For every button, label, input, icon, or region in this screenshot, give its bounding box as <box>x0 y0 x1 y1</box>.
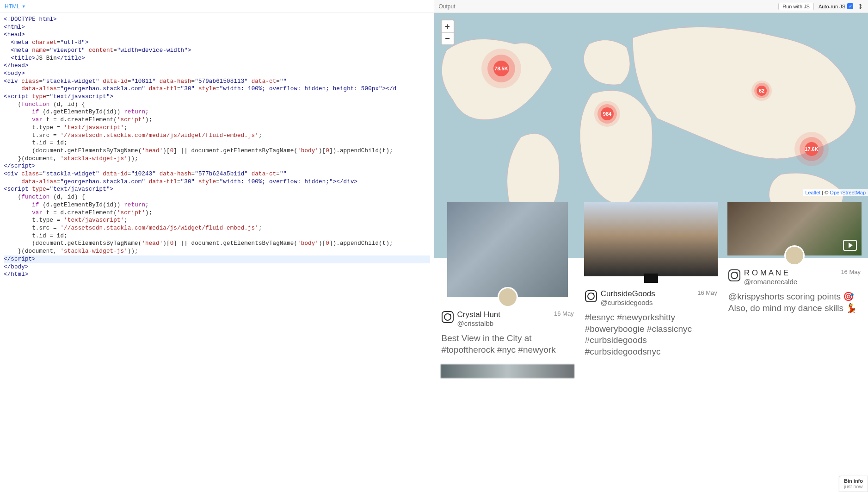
map-marker[interactable]: 78.5K <box>493 61 509 76</box>
marker-label: 62 <box>757 86 767 96</box>
marker-label: 78.5K <box>493 61 509 76</box>
editor-tab-label: HTML <box>5 3 20 10</box>
card-image <box>441 364 574 378</box>
card-avatar <box>784 245 805 266</box>
card-text: Best View in the City at #topoftherock #… <box>441 333 575 355</box>
card-user-name: Crystal Hunt <box>457 310 551 319</box>
card-date: 16 May <box>697 289 717 296</box>
map-marker[interactable]: 17.6K <box>805 142 819 156</box>
instagram-icon <box>728 269 740 281</box>
card-user-name: R O M A N E <box>744 268 837 278</box>
card-date: 16 May <box>554 310 574 317</box>
zoom-out-button[interactable]: − <box>442 32 454 44</box>
auto-run-label: Auto-run JS <box>819 4 845 9</box>
play-icon <box>843 240 857 251</box>
card-user-handle: @curbsidegoods <box>601 299 694 306</box>
output-controls: Run with JS Auto-run JS ✓ ⤡ <box>778 3 863 10</box>
card-avatar <box>644 274 658 283</box>
output-pane: Output Run with JS Auto-run JS ✓ ⤡ <box>434 0 868 492</box>
checkbox-checked-icon: ✓ <box>847 3 853 9</box>
map-attribution: Leaflet | © OpenStreetMap <box>803 189 868 196</box>
feed-card[interactable]: Crystal Hunt@crisstalbb16 MayBest View i… <box>441 202 575 358</box>
card-user-handle: @crisstalbb <box>457 319 551 327</box>
map-marker[interactable]: 62 <box>757 86 767 96</box>
code-editor[interactable]: <!DOCTYPE html> <html> <head> <meta char… <box>0 13 434 492</box>
social-feed: Crystal Hunt@crisstalbb16 MayBest View i… <box>434 196 868 364</box>
chevron-down-icon: ▼ <box>22 4 26 9</box>
expand-icon[interactable]: ⤡ <box>856 2 865 11</box>
osm-link[interactable]: OpenStreetMap <box>830 190 866 195</box>
instagram-icon <box>585 290 597 302</box>
leaflet-link[interactable]: Leaflet <box>805 190 820 195</box>
bin-info-popup[interactable]: Bin info just now <box>839 476 868 492</box>
feed-card[interactable]: CurbsideGoods@curbsidegoods16 May#lesnyc… <box>584 202 718 358</box>
editor-tab-html[interactable]: HTML ▼ <box>5 3 26 10</box>
card-image <box>584 202 718 276</box>
card-text: @krispyshorts scoring points 🎯Also, do m… <box>727 291 862 314</box>
editor-pane: HTML ▼ <!DOCTYPE html> <html> <head> <me… <box>0 0 434 492</box>
marker-label: 17.6K <box>805 142 819 156</box>
card-image <box>727 202 862 255</box>
marker-label: 984 <box>601 107 614 120</box>
zoom-in-button[interactable]: + <box>442 20 454 32</box>
feed-card[interactable]: R O M A N E@romanerecalde16 May@krispysh… <box>727 202 862 358</box>
card-text: #lesnyc #newyorkshitty #boweryboogie #cl… <box>584 312 718 358</box>
run-with-js-button[interactable]: Run with JS <box>778 3 814 10</box>
output-title: Output <box>439 3 456 10</box>
card-user-handle: @romanerecalde <box>744 278 837 286</box>
output-header: Output Run with JS Auto-run JS ✓ ⤡ <box>434 0 868 13</box>
auto-run-js-toggle[interactable]: Auto-run JS ✓ <box>819 3 853 9</box>
card-date: 16 May <box>841 268 861 275</box>
bin-info-sub: just now <box>844 484 863 490</box>
output-body: + − 78.5K6298417.6K Leaflet | © OpenStre… <box>434 13 868 492</box>
card-avatar <box>498 287 518 307</box>
feed-card[interactable] <box>441 364 574 378</box>
editor-header: HTML ▼ <box>0 0 434 13</box>
map-widget[interactable]: + − 78.5K6298417.6K Leaflet | © OpenStre… <box>434 13 868 196</box>
social-feed-row-2 <box>434 364 868 385</box>
map-marker[interactable]: 984 <box>601 107 614 120</box>
card-user-name: CurbsideGoods <box>601 289 694 299</box>
instagram-icon <box>442 311 454 323</box>
map-zoom-control: + − <box>441 19 455 45</box>
card-image <box>447 202 568 297</box>
bin-info-title: Bin info <box>844 478 863 484</box>
